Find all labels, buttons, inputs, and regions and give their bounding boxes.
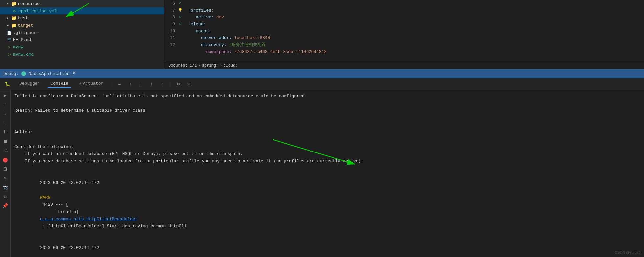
gutter: ⊖ 💡 ⊖ ⊖ — [178, 0, 183, 62]
app-icon — [21, 71, 26, 76]
tree-item-mvnw-cmd[interactable]: ▷ mvnw.cmd — [0, 51, 164, 58]
tab-actuator[interactable]: ⚡ Actuator — [76, 80, 106, 88]
sidebar-icon-camera[interactable]: 📷 — [1, 183, 9, 191]
sidebar-icon-pin[interactable]: 📌 — [1, 202, 9, 210]
console-line-blank-1 — [14, 100, 640, 107]
tree-label-mvnw: mvnw — [13, 45, 23, 50]
console-warn-line-1: 2023-06-20 22:02:16.472 WARN 4420 --- [ … — [14, 172, 640, 237]
debug-close-btn[interactable]: × — [72, 71, 76, 77]
soft-wrap-icon[interactable]: ↓ — [149, 81, 154, 87]
caret-icon[interactable]: ↑ — [160, 81, 165, 87]
tree-item-help-md[interactable]: MD HELP.md — [0, 36, 164, 43]
debug-bar: Debug: NacosApplication × — [0, 69, 644, 78]
console-line-blank-2 — [14, 114, 640, 122]
code-editor[interactable]: profiles: active: dev cloud: nacos: serv… — [183, 0, 644, 62]
tree-label-target: target — [18, 23, 33, 28]
mvnw-icon: ▷ — [7, 44, 12, 50]
sidebar-icon-settings[interactable]: ⚙ — [1, 193, 9, 200]
tree-label-application-yml: application.yml — [18, 9, 57, 13]
tree-label-gitignore: .gitignore — [13, 30, 39, 35]
pid-1: 4420 --- [ — [40, 202, 68, 207]
tree-label-help-md: HELP.md — [13, 37, 31, 42]
tree-item-gitignore[interactable]: 📄 .gitignore — [0, 29, 164, 36]
folder-icon-resources: 📁 — [11, 1, 16, 6]
separator-2 — [170, 82, 170, 87]
chevron-test: ▶ — [7, 16, 11, 20]
console-line-blank-4 — [14, 136, 640, 143]
debug-toolbar: 🐛 Debugger Console ⚡ Actuator ≡ ↑ ↓ ↓ ↑ … — [0, 78, 644, 90]
breadcrumb-bar: Document 1/1 › spring: › cloud: — [164, 62, 644, 69]
line-numbers: 6 7 8 9 10 11 12 — [164, 0, 178, 62]
console-line-if2: If you have database settings to be load… — [14, 158, 640, 165]
chevron-resources: ▾ — [7, 2, 11, 6]
tree-label-test: test — [18, 16, 28, 21]
logger-1[interactable]: c.a.n.common.http.HttpClientBeanHolder — [40, 217, 137, 222]
sidebar-icon-delete[interactable]: 🗑 — [1, 165, 9, 173]
tab-debugger[interactable]: Debugger — [17, 80, 42, 88]
console-output: Failed to configure a DataSource: 'url' … — [11, 90, 644, 257]
sidebar-icon-edit[interactable]: ✎ — [1, 174, 9, 182]
separator-1 — [111, 82, 111, 87]
layout-icon-1[interactable]: ⊡ — [176, 81, 181, 87]
debug-label: Debug: — [3, 71, 19, 76]
breadcrumb-key2: cloud: — [223, 63, 237, 68]
filter-icon[interactable]: ≡ — [117, 81, 122, 87]
thread-1: Thread-5] — [40, 209, 81, 214]
md-icon: MD — [7, 37, 12, 42]
tab-console[interactable]: Console — [48, 80, 71, 88]
scroll-up-icon[interactable]: ↑ — [128, 81, 133, 87]
sidebar-icon-pause[interactable]: ⏸ — [1, 128, 9, 136]
debug-panel: 🐛 Debugger Console ⚡ Actuator ≡ ↑ ↓ ↓ ↑ … — [0, 78, 644, 257]
sidebar-icon-step-over[interactable]: ↓ — [1, 110, 9, 118]
timestamp-1: 2023-06-20 22:02:16.472 — [40, 180, 99, 185]
debug-icon-bug[interactable]: 🐛 — [3, 81, 12, 87]
editor-area: 6 7 8 9 10 11 12 ⊖ 💡 ⊖ ⊖ — [164, 0, 644, 69]
watermark: CSDN @yurg@t — [615, 250, 641, 254]
scroll-down-icon[interactable]: ↓ — [138, 81, 143, 87]
actuator-icon: ⚡ — [79, 81, 82, 86]
sidebar-icon-up[interactable]: ↑ — [1, 101, 9, 108]
debug-app-name: NacosApplication — [29, 71, 70, 76]
sidebar-icon-breakpoint[interactable]: ⬤ — [1, 156, 9, 164]
tree-item-test[interactable]: ▶ 📁 test — [0, 14, 164, 22]
console-line-reason: Reason: Failed to determine a suitable d… — [14, 107, 640, 114]
console-line-blank-3 — [14, 122, 640, 129]
tree-item-mvnw[interactable]: ▷ mvnw — [0, 43, 164, 51]
sidebar-icon-stop[interactable]: ⏹ — [1, 137, 9, 145]
mvnw-cmd-icon: ▷ — [7, 52, 12, 57]
console-line-consider: Consider the following: — [14, 143, 640, 151]
sidebar-icon-resume[interactable]: ▶ — [1, 91, 9, 99]
console-line-blank-5 — [14, 165, 640, 172]
tree-item-application-yml[interactable]: ⚙ application.yml — [0, 7, 164, 14]
timestamp-2: 2023-06-20 22:02:16.472 — [40, 245, 99, 250]
folder-icon-test: 📁 — [11, 15, 16, 21]
breadcrumb-key1: spring: — [202, 63, 218, 68]
console-warn-line-2: 2023-06-20 22:02:16.472 WARN 4420 --- [ … — [14, 237, 640, 257]
console-wrapper: ▶ ↑ ↓ ↓ ⏸ ⏹ 🖨 ⬤ 🗑 ✎ 📷 ⚙ 📌 Failed to conf… — [0, 90, 644, 257]
sidebar-icon-step-into[interactable]: ↓ — [1, 119, 9, 127]
console-line-action: Action: — [14, 129, 640, 136]
console-line-1: Failed to configure a DataSource: 'url' … — [14, 93, 640, 100]
tree-item-target[interactable]: ▶ 📁 target — [0, 22, 164, 29]
left-sidebar: ▶ ↑ ↓ ↓ ⏸ ⏹ 🖨 ⬤ 🗑 ✎ 📷 ⚙ 📌 — [0, 90, 11, 257]
folder-icon-target: 📁 — [11, 23, 16, 28]
breadcrumb-sep1: › — [198, 63, 200, 68]
chevron-target: ▶ — [7, 23, 11, 27]
msg-1: : [HttpClientBeanHolder] Start destroyin… — [40, 224, 186, 229]
tree-label-mvnw-cmd: mvnw.cmd — [13, 52, 34, 57]
file-tree: ▾ 📁 resources ⚙ application.yml ▶ 📁 test… — [0, 0, 164, 69]
sidebar-icon-print[interactable]: 🖨 — [1, 147, 9, 154]
console-line-if1: If you want an embedded database (H2, HS… — [14, 151, 640, 158]
layout-icon-2[interactable]: ⊞ — [186, 81, 192, 87]
yaml-icon: ⚙ — [12, 8, 17, 13]
warn-label-1: WARN — [40, 195, 50, 200]
breadcrumb-doc: Document 1/1 — [168, 63, 197, 68]
gitignore-icon: 📄 — [7, 30, 12, 35]
breadcrumb-sep2: › — [220, 63, 222, 68]
tree-label-resources: resources — [18, 1, 41, 6]
tree-item-resources[interactable]: ▾ 📁 resources — [0, 0, 164, 7]
